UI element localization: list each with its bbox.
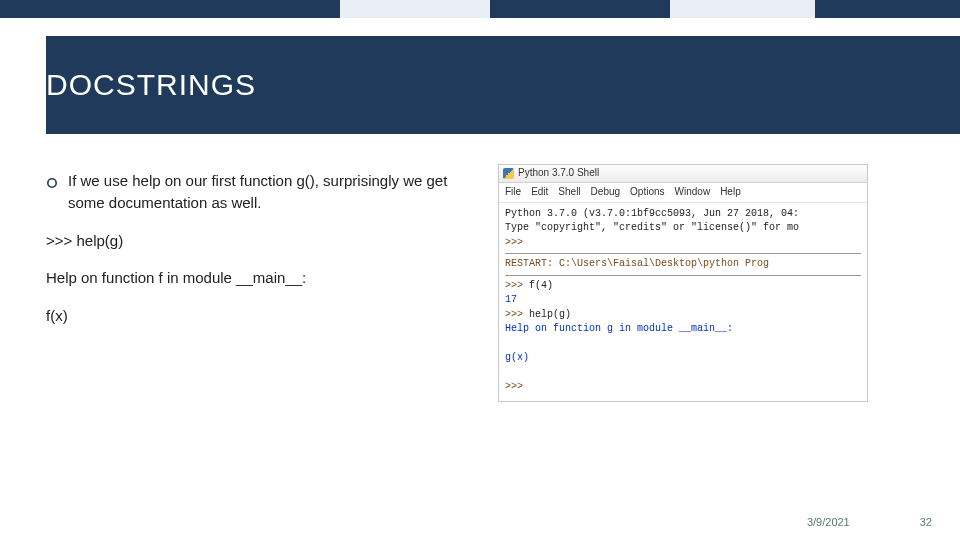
svg-point-0 bbox=[48, 179, 56, 187]
menu-shell[interactable]: Shell bbox=[558, 185, 580, 200]
code-line-helpout: Help on function f in module __main__: bbox=[46, 267, 476, 289]
accent-segment bbox=[670, 0, 815, 18]
shell-window-title: Python 3.7.0 Shell bbox=[518, 166, 599, 181]
top-accent-bar bbox=[0, 0, 960, 18]
content-area: If we use help on our first function g()… bbox=[46, 164, 940, 402]
menu-options[interactable]: Options bbox=[630, 185, 664, 200]
accent-segment bbox=[340, 0, 490, 18]
menu-help[interactable]: Help bbox=[720, 185, 741, 200]
shell-output: g(x) bbox=[505, 352, 529, 363]
slide-footer: 3/9/2021 32 bbox=[807, 516, 932, 528]
shell-banner-line: Python 3.7.0 (v3.7.0:1bf9cc5093, Jun 27 … bbox=[505, 208, 799, 219]
python-shell-window: Python 3.7.0 Shell File Edit Shell Debug… bbox=[498, 164, 868, 402]
shell-output: 17 bbox=[505, 294, 517, 305]
shell-divider bbox=[505, 253, 861, 254]
shell-input: help(g) bbox=[529, 309, 571, 320]
bullet-text: If we use help on our first function g()… bbox=[68, 170, 476, 214]
shell-banner-line: Type "copyright", "credits" or "license(… bbox=[505, 222, 799, 233]
shell-titlebar: Python 3.7.0 Shell bbox=[499, 165, 867, 183]
shell-prompt: >>> bbox=[505, 280, 523, 291]
text-column: If we use help on our first function g()… bbox=[46, 164, 476, 402]
shell-prompt: >>> bbox=[505, 237, 523, 248]
footer-page: 32 bbox=[920, 516, 932, 528]
code-line-prompt: >>> help(g) bbox=[46, 230, 476, 252]
code-line-sig: f(x) bbox=[46, 305, 476, 327]
accent-segment bbox=[0, 0, 340, 18]
screenshot-column: Python 3.7.0 Shell File Edit Shell Debug… bbox=[498, 164, 868, 402]
title-band: DOCSTRINGS bbox=[46, 36, 960, 134]
shell-menubar: File Edit Shell Debug Options Window Hel… bbox=[499, 183, 867, 203]
menu-debug[interactable]: Debug bbox=[591, 185, 620, 200]
accent-segment bbox=[815, 0, 960, 18]
bullet-item: If we use help on our first function g()… bbox=[46, 170, 476, 214]
slide: DOCSTRINGS If we use help on our first f… bbox=[0, 0, 960, 540]
menu-window[interactable]: Window bbox=[675, 185, 711, 200]
shell-restart-line: RESTART: C:\Users\Faisal\Desktop\python … bbox=[505, 258, 769, 269]
menu-file[interactable]: File bbox=[505, 185, 521, 200]
shell-prompt: >>> bbox=[505, 381, 523, 392]
menu-edit[interactable]: Edit bbox=[531, 185, 548, 200]
shell-body: Python 3.7.0 (v3.7.0:1bf9cc5093, Jun 27 … bbox=[499, 203, 867, 401]
python-icon bbox=[503, 168, 514, 179]
footer-date: 3/9/2021 bbox=[807, 516, 850, 528]
shell-prompt: >>> bbox=[505, 309, 523, 320]
shell-output: Help on function g in module __main__: bbox=[505, 323, 733, 334]
shell-input: f(4) bbox=[529, 280, 553, 291]
hollow-circle-icon bbox=[46, 173, 58, 195]
slide-title: DOCSTRINGS bbox=[46, 68, 256, 102]
shell-divider bbox=[505, 275, 861, 276]
accent-segment bbox=[490, 0, 670, 18]
